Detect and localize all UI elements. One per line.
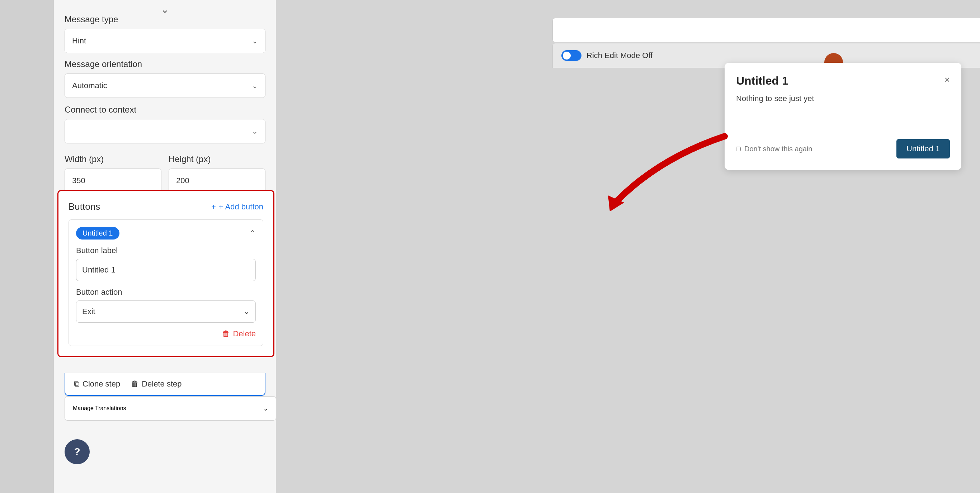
plus-icon: + (211, 202, 216, 212)
message-type-label: Message type (65, 14, 266, 24)
preview-top-input (552, 18, 980, 42)
message-orientation-select[interactable]: Automatic ⌄ (65, 73, 266, 98)
delete-step-label: Delete step (142, 379, 181, 389)
rich-edit-toggle[interactable] (562, 50, 581, 61)
message-type-select[interactable]: Hint ⌄ (65, 29, 266, 53)
left-panel: ⌄ Message type Hint ⌄ Message orientatio… (54, 0, 276, 493)
main-container: ⌄ Message type Hint ⌄ Message orientatio… (0, 0, 980, 493)
help-button[interactable]: ? (65, 439, 90, 464)
dont-show-checkbox-area: Don't show this again (736, 145, 812, 153)
height-field: Height (px) (169, 154, 266, 193)
buttons-title: Buttons (68, 201, 100, 212)
buttons-section: Buttons + + Add button Untitled 1 ⌃ Butt… (57, 190, 274, 357)
button-item-header: Untitled 1 ⌃ (76, 227, 256, 240)
width-field: Width (px) (65, 154, 161, 193)
trash-icon: 🗑 (222, 329, 230, 339)
popup-action-btn-label: Untitled 1 (907, 144, 940, 153)
delete-button-btn[interactable]: 🗑 Delete (222, 329, 256, 339)
right-panel: Rich Edit Mode Off ⛶ Untitled 1 × Nothin… (276, 0, 980, 493)
delete-step-btn[interactable]: 🗑 Delete step (131, 379, 181, 389)
button-action-select[interactable]: Exit ⌄ (76, 301, 256, 323)
delete-button-label: Delete (233, 329, 256, 339)
dimensions-section: Width (px) Height (px) (65, 154, 266, 193)
popup-action-btn[interactable]: Untitled 1 (896, 139, 950, 159)
button-item-card: Untitled 1 ⌃ Button label Button action … (68, 219, 263, 346)
red-arrow-annotation (588, 129, 739, 222)
rich-edit-label: Rich Edit Mode Off (587, 51, 652, 60)
connect-to-context-label: Connect to context (65, 105, 266, 115)
add-button-label: + Add button (219, 202, 263, 212)
width-input[interactable] (65, 169, 161, 193)
message-type-value: Hint (72, 36, 86, 46)
popup-body: Nothing to see just yet (736, 94, 950, 103)
dont-show-label: Don't show this again (745, 145, 812, 153)
connect-to-context-chevron-icon: ⌄ (252, 127, 258, 135)
step-actions: ⧉ Clone step 🗑 Delete step (65, 373, 266, 396)
delete-step-icon: 🗑 (131, 379, 139, 389)
popup-header: Untitled 1 × (736, 74, 950, 87)
rich-edit-toggle-area: Rich Edit Mode Off (562, 50, 652, 61)
height-label: Height (px) (169, 154, 266, 164)
add-button-btn[interactable]: + + Add button (211, 202, 263, 212)
buttons-header: Buttons + + Add button (68, 201, 263, 212)
tooltip-popup: Untitled 1 × Nothing to see just yet Don… (725, 63, 961, 170)
message-type-section: Message type Hint ⌄ (65, 14, 266, 53)
width-label: Width (px) (65, 154, 161, 164)
button-label-input[interactable] (76, 259, 256, 281)
clone-step-label: Clone step (83, 379, 120, 389)
clone-icon: ⧉ (74, 379, 80, 389)
popup-footer: Don't show this again Untitled 1 (736, 139, 950, 159)
popup-title: Untitled 1 (736, 74, 788, 87)
help-icon: ? (74, 446, 80, 458)
message-type-chevron-icon: ⌄ (252, 37, 258, 45)
chevron-top-icon: ⌄ (161, 3, 169, 16)
message-orientation-chevron-icon: ⌄ (252, 81, 258, 90)
button-label-heading: Button label (76, 246, 256, 255)
button-action-chevron-icon: ⌄ (243, 307, 250, 316)
button-action-value: Exit (82, 307, 95, 316)
message-orientation-section: Message orientation Automatic ⌄ (65, 59, 266, 98)
manage-translations-chevron-icon: ⌄ (263, 405, 268, 412)
chevron-up-icon[interactable]: ⌃ (249, 229, 256, 238)
manage-translations-text: Manage Translations (73, 405, 126, 412)
manage-translations[interactable]: Manage Translations ⌄ (65, 396, 276, 421)
button-action-heading: Button action (76, 288, 256, 297)
message-orientation-value: Automatic (72, 81, 107, 91)
message-orientation-label: Message orientation (65, 59, 266, 69)
height-input[interactable] (169, 169, 266, 193)
dont-show-checkbox[interactable] (736, 147, 741, 151)
clone-step-btn[interactable]: ⧉ Clone step (74, 379, 120, 389)
button-badge[interactable]: Untitled 1 (76, 227, 119, 240)
svg-marker-0 (608, 196, 624, 212)
connect-to-context-section: Connect to context ⌄ (65, 105, 266, 143)
popup-close-btn[interactable]: × (945, 74, 950, 85)
connect-to-context-select[interactable]: ⌄ (65, 119, 266, 143)
